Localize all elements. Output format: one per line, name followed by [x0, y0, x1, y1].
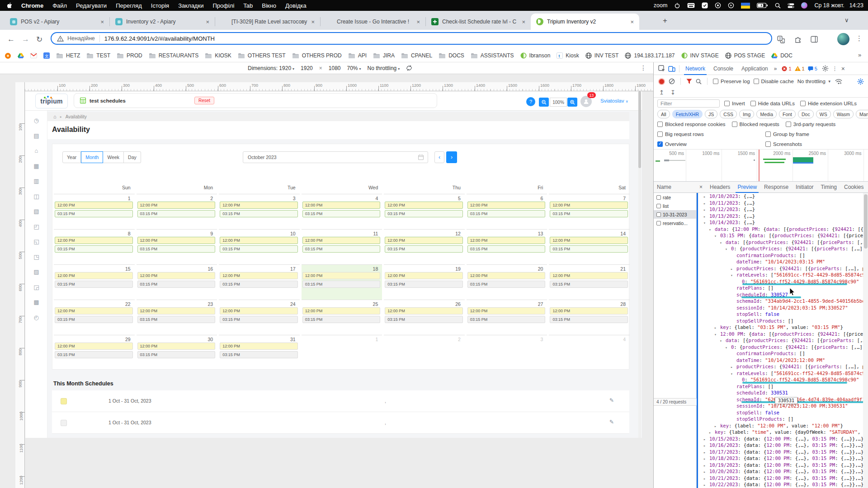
request-tab-preview[interactable]: Preview — [734, 182, 760, 193]
bookmark-kiosk[interactable]: tKiosk — [557, 52, 579, 59]
zoom-in-button[interactable] — [567, 98, 577, 107]
bookmark-others-prod[interactable]: OTHERS PROD — [292, 52, 342, 59]
day-cell-10[interactable]: 1012:00 PM03:15 PM — [219, 229, 300, 264]
schedule-chip[interactable]: 03:15 PM — [137, 281, 216, 288]
menu-item-перегляд[interactable]: Перегляд — [116, 2, 142, 9]
hide-extension-urls-checkbox[interactable]: Hide extension URLs — [800, 101, 857, 106]
json-tree-line[interactable]: ▸key: {label: "12:00 PM", value: "12:00 … — [698, 422, 863, 429]
day-cell-1[interactable]: 112:00 PM03:15 PM — [54, 194, 135, 229]
menu-item-історія[interactable]: Історія — [151, 2, 169, 9]
record-network-log-icon[interactable] — [658, 78, 665, 85]
request-type-chip-media[interactable]: Media — [756, 110, 777, 118]
close-detail-icon[interactable]: × — [699, 184, 703, 190]
battery-icon[interactable] — [757, 2, 768, 9]
schedule-chip[interactable]: 12:00 PM — [55, 202, 133, 209]
bookmark-inv-stage[interactable]: INV STAGE — [681, 52, 719, 59]
reload-icon[interactable]: ↻ — [36, 35, 42, 44]
schedule-chip[interactable]: 12:00 PM — [550, 307, 628, 314]
bookmark-docs[interactable]: DOCS — [439, 52, 464, 59]
network-overview-timeline[interactable]: 500 ms1000 ms1500 ms2000 ms2500 ms3000 m… — [654, 149, 868, 182]
day-cell-19[interactable]: 1912:00 PM03:15 PM — [384, 264, 465, 300]
month-schedule-row[interactable]: 1 Oct - 31 Oct, 2023,✎ — [52, 390, 629, 412]
day-cell-5[interactable]: 512:00 PM03:15 PM — [384, 194, 465, 229]
device-toolbar-menu-icon[interactable]: ⋮ — [640, 64, 646, 71]
request-tab-timing[interactable]: Timing — [817, 182, 840, 193]
json-tree-line[interactable]: ▸10/19/2023: {data: {12:00 PM: {,…}, 03:… — [698, 462, 863, 469]
schedule-chip[interactable]: 12:00 PM — [220, 307, 298, 314]
box-icon[interactable]: ◱ — [25, 238, 47, 245]
json-tree-line[interactable]: 0: "561691cc-ff52-4429-8d85-85874c998c90… — [698, 376, 863, 383]
bookmark-hetz[interactable]: HETZ — [56, 52, 80, 59]
day-cell-2[interactable]: 2 — [384, 335, 465, 370]
bookmark-test[interactable]: TEST — [86, 52, 110, 59]
month-picker-field[interactable]: October 2023 — [243, 151, 428, 163]
user-menu[interactable]: Sviatoslav ∨ — [600, 98, 628, 103]
request-row-10-31-2023[interactable]: 10-31-2023 — [654, 210, 696, 219]
keyboard-icon[interactable] — [687, 2, 695, 9]
tab-close-icon[interactable]: × — [309, 19, 316, 25]
tiles-icon[interactable]: ▧ — [25, 208, 47, 215]
forward-icon[interactable]: → — [22, 35, 29, 44]
import-har-icon[interactable]: ↥ — [659, 89, 664, 96]
issues-badge[interactable]: 5 — [808, 66, 817, 71]
check-badge-icon[interactable] — [702, 2, 708, 9]
bookmark-assistants[interactable]: ASSISTANTS — [471, 52, 514, 59]
json-tree-line[interactable]: confirmationProducts: [] — [698, 252, 863, 259]
translate-icon[interactable]: 文A — [777, 36, 785, 43]
request-checkbox[interactable] — [656, 212, 661, 217]
layout-icon[interactable]: ◳ — [25, 253, 47, 260]
menu-item-профілі[interactable]: Профілі — [212, 2, 234, 9]
schedule-chip[interactable]: 03:15 PM — [550, 281, 628, 288]
bookmark-favicon-4[interactable]: 文 — [43, 52, 50, 59]
request-type-chip-font[interactable]: Font — [779, 110, 796, 118]
schedule-chip[interactable]: 03:15 PM — [385, 245, 463, 253]
url-text[interactable]: 176.9.62.24:9091/v2/#/availability/MONTH — [104, 35, 215, 42]
schedule-chip[interactable]: 12:00 PM — [302, 272, 381, 279]
day-cell-30[interactable]: 3012:00 PM03:15 PM — [137, 335, 217, 370]
json-tree-line[interactable]: ▸10/22/2023: {data: {12:00 PM: {,…}, 03:… — [698, 481, 863, 488]
device-toolbar-toggle-icon[interactable] — [668, 65, 675, 72]
schedule-chip[interactable]: 03:15 PM — [467, 245, 546, 253]
apple-logo-icon[interactable] — [6, 2, 12, 9]
network-settings-gear-icon[interactable] — [857, 78, 864, 85]
clear-network-log-icon[interactable] — [669, 78, 675, 85]
day-cell-3[interactable]: 3 — [467, 335, 547, 370]
day-cell-23[interactable]: 2312:00 PM03:15 PM — [137, 300, 217, 335]
tab-close-icon[interactable]: × — [628, 19, 636, 25]
day-cell-26[interactable]: 2612:00 PM03:15 PM — [384, 300, 465, 335]
json-tree-line[interactable]: ▾rateLevels: ["561691cc-ff52-4429-8d85-8… — [698, 370, 863, 377]
inspect-element-icon[interactable] — [658, 65, 665, 72]
day-cell-18[interactable]: 1812:00 PM03:15 PM — [302, 264, 382, 300]
request-type-chip-css[interactable]: CSS — [720, 110, 737, 118]
json-tree-line[interactable]: ▸10/17/2023: {data: {12:00 PM: {,…}, 03:… — [698, 449, 863, 455]
schedule-chip[interactable]: 12:00 PM — [467, 272, 546, 279]
preview-json-tree[interactable]: ▸10/10/2023: {,…}▸10/11/2023: {,…}▸10/12… — [698, 193, 863, 488]
schedule-chip[interactable]: 03:15 PM — [55, 316, 133, 323]
schedule-chip[interactable]: 03:15 PM — [550, 210, 628, 217]
search-network-icon[interactable] — [696, 78, 702, 85]
schedule-chip[interactable]: 12:00 PM — [220, 237, 298, 244]
json-tree-line[interactable]: ▸productPrices: {924421: [{priceParts: [… — [698, 363, 863, 370]
schedule-chip[interactable]: 03:15 PM — [220, 245, 298, 253]
devtools-tab-application[interactable]: Application — [737, 62, 772, 75]
bookmark-prod[interactable]: PROD — [117, 52, 142, 59]
side-panel-icon[interactable] — [811, 36, 818, 43]
json-tree-line[interactable]: sessionId: "10/14/2023;03:15 PM;330527" — [698, 305, 863, 311]
menu-item-редагувати[interactable]: Редагувати — [76, 2, 107, 9]
schedule-chip[interactable]: 12:00 PM — [385, 272, 463, 279]
request-type-chip-doc[interactable]: Doc — [798, 110, 814, 118]
json-tree-line[interactable]: dateTime: "10/14/2023;12:00 PM" — [698, 357, 863, 364]
request-type-chip-img[interactable]: Img — [739, 110, 755, 118]
menu-item-закладки[interactable]: Закладки — [178, 2, 203, 9]
devtools-close-icon[interactable]: × — [841, 65, 845, 72]
schedule-chip[interactable]: 12:00 PM — [467, 237, 546, 244]
request-tab-response[interactable]: Response — [760, 182, 792, 193]
day-cell-12[interactable]: 1212:00 PM03:15 PM — [384, 229, 465, 264]
json-tree-line[interactable]: schemaId: "334ab9d4-2cc1-4855-9ded-54015… — [698, 298, 863, 305]
back-icon[interactable]: ← — [7, 35, 15, 44]
page-scrollbar-thumb[interactable] — [638, 91, 641, 168]
json-tree-line[interactable]: 0: "561691cc-ff52-4429-8d85-85874c998c90… — [698, 278, 863, 285]
schedule-chip[interactable]: 12:00 PM — [55, 307, 133, 314]
json-tree-line[interactable]: stopSellProducts: [] — [698, 416, 863, 422]
schedule-chip[interactable]: 03:15 PM — [302, 210, 381, 217]
